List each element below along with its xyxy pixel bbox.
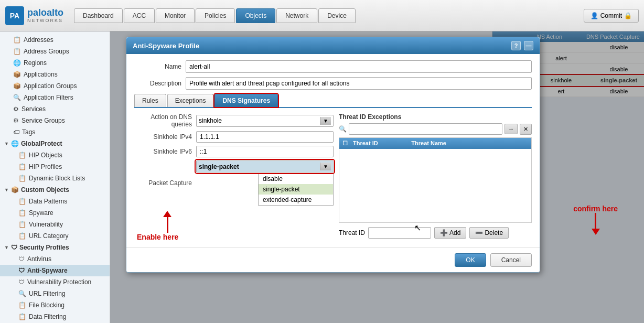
right-panel: Threat ID Exceptions 🔍 → ✕ ☐ Threat ID T (339, 113, 532, 241)
tab-rules[interactable]: Rules (134, 94, 166, 107)
sinkhole-ipv6-row: Sinkhole IPv6 (134, 146, 334, 157)
dialog-title-bar: Anti-Spyware Profile ? — (126, 37, 540, 54)
packet-capture-dropdown-arrow[interactable]: ▼ (320, 163, 331, 170)
option-extended-capture[interactable]: extended-capture (259, 195, 333, 205)
action-dns-dropdown-arrow[interactable]: ▼ (320, 117, 331, 125)
logo-text: paloalto (27, 8, 63, 18)
sidebar-section-security-profiles[interactable]: ▼ 🛡 Security Profiles (0, 242, 110, 253)
hip-objects-icon: 📋 (18, 152, 26, 159)
sidebar-item-applications[interactable]: 📦 Applications (0, 69, 110, 80)
sidebar-item-dynamic-block-lists[interactable]: 📋 Dynamic Block Lists (0, 173, 110, 184)
expand-icon2: ▼ (4, 187, 9, 192)
dialog-help-button[interactable]: ? (511, 41, 521, 50)
sinkhole-ipv6-input[interactable] (196, 146, 334, 157)
arrow-up-shaft (167, 217, 168, 233)
delete-icon: ➖ (475, 229, 483, 236)
packet-capture-dropdown-list: disable single-packet extended-capture (258, 173, 334, 206)
user-icon: 👤 (591, 12, 598, 19)
description-row: Description (134, 77, 532, 90)
url-filter-icon: 🔍 (18, 290, 26, 297)
tab-device[interactable]: Device (318, 8, 356, 23)
tab-dns-signatures[interactable]: DNS Signatures (214, 94, 278, 107)
threat-add-button[interactable]: ➕ Add (434, 227, 466, 239)
antivirus-icon: 🛡 (18, 255, 25, 263)
sidebar-item-vuln-protection[interactable]: 🛡 Vulnerability Protection (0, 276, 110, 288)
applications-icon: 📦 (13, 71, 21, 78)
sinkhole-ipv6-label: Sinkhole IPv6 (134, 148, 192, 155)
enable-annotation: Enable here (137, 211, 334, 241)
sidebar-item-services[interactable]: ⚙ Services (0, 103, 110, 115)
packet-capture-select[interactable]: single-packet ▼ (196, 160, 334, 173)
commit-label: Commit (600, 12, 622, 19)
sidebar-item-addresses[interactable]: 📋 Addresses (0, 34, 110, 46)
service-groups-icon: ⚙ (13, 117, 19, 124)
topbar: PA paloalto NETWORKS Dashboard ACC Monit… (0, 0, 644, 31)
anti-spyware-icon: 🛡 (18, 267, 25, 274)
url-cat-icon: 📋 (18, 232, 26, 240)
threat-table-header: ☐ Threat ID Threat Name (339, 138, 531, 149)
sidebar-item-data-patterns[interactable]: 📋 Data Patterns (0, 196, 110, 207)
sidebar-item-data-filtering[interactable]: 📋 Data Filtering (0, 311, 110, 322)
dp-icon: 📋 (18, 198, 26, 205)
sidebar-item-antivirus[interactable]: 🛡 Antivirus (0, 253, 110, 265)
sidebar-item-hip-objects[interactable]: 📋 HIP Objects (0, 149, 110, 161)
sidebar-item-file-blocking[interactable]: 📋 File Blocking (0, 299, 110, 311)
sidebar-item-vulnerability[interactable]: 📋 Vulnerability (0, 219, 110, 230)
vuln-prot-icon: 🛡 (18, 278, 25, 286)
name-input[interactable] (186, 60, 532, 73)
enable-here-text: Enable here (137, 233, 178, 241)
sidebar-section-custom-objects[interactable]: ▼ 📦 Custom Objects (0, 184, 110, 196)
logo-icon: PA (5, 6, 24, 25)
custom-obj-icon: 📦 (11, 186, 19, 193)
tab-network[interactable]: Network (276, 8, 317, 23)
threat-id-input[interactable] (368, 227, 431, 239)
sidebar-item-application-filters[interactable]: 🔍 Application Filters (0, 92, 110, 103)
nav-tabs: Dashboard ACC Monitor Policies Objects N… (74, 8, 584, 23)
sidebar-item-service-groups[interactable]: ⚙ Service Groups (0, 115, 110, 126)
sinkhole-ipv4-input[interactable] (196, 131, 334, 143)
spyware-icon: 📋 (18, 209, 26, 217)
sidebar-item-tags[interactable]: 🏷 Tags (0, 126, 110, 138)
threat-table: ☐ Threat ID Threat Name (339, 137, 532, 223)
cancel-button[interactable]: Cancel (490, 253, 532, 267)
vuln-icon: 📋 (18, 221, 26, 228)
sidebar-item-regions[interactable]: 🌐 Regions (0, 57, 110, 69)
sidebar-item-address-groups[interactable]: 📋 Address Groups (0, 46, 110, 57)
threat-search-input[interactable] (349, 123, 502, 135)
threat-name-col: Threat Name (411, 140, 528, 147)
app-groups-icon: 📦 (13, 82, 21, 90)
expand-icon: ▼ (4, 141, 9, 146)
services-icon: ⚙ (13, 105, 19, 113)
action-dns-select[interactable]: sinkhole ▼ (196, 115, 334, 127)
option-disable[interactable]: disable (259, 174, 333, 184)
address-groups-icon: 📋 (13, 48, 21, 55)
dialog-footer: OK Cancel (126, 247, 540, 272)
tab-objects[interactable]: Objects (236, 8, 275, 23)
sidebar-item-spyware[interactable]: 📋 Spyware (0, 207, 110, 219)
sidebar-item-url-category[interactable]: 📋 URL Category (0, 230, 110, 242)
option-single-packet[interactable]: single-packet (259, 184, 333, 195)
tab-monitor[interactable]: Monitor (156, 8, 195, 23)
tab-policies[interactable]: Policies (196, 8, 235, 23)
sidebar-item-anti-spyware[interactable]: 🛡 Anti-Spyware (0, 265, 110, 276)
action-dns-label: Action on DNS queries (134, 113, 192, 128)
commit-button[interactable]: 👤 Commit 🔒 (584, 9, 639, 23)
packet-capture-row: Packet Capture single-packet ▼ disable s… (134, 160, 334, 206)
sidebar-item-application-groups[interactable]: 📦 Application Groups (0, 80, 110, 92)
dialog-minimize-button[interactable]: — (524, 41, 533, 50)
sidebar-item-url-filtering[interactable]: 🔍 URL Filtering (0, 288, 110, 299)
description-input[interactable] (186, 77, 532, 90)
logo-sub: NETWORKS (27, 18, 63, 23)
threat-search-clear-button[interactable]: ✕ (520, 124, 532, 135)
tab-acc[interactable]: ACC (124, 8, 155, 23)
threat-search-add-button[interactable]: → (505, 124, 518, 134)
threat-delete-button[interactable]: ➖ Delete (469, 227, 509, 239)
sidebar-item-hip-profiles[interactable]: 📋 HIP Profiles (0, 161, 110, 173)
name-row: Name (134, 60, 532, 73)
tab-exceptions[interactable]: Exceptions (167, 94, 214, 107)
sidebar-section-globalprotect[interactable]: ▼ 🌐 GlobalProtect (0, 138, 110, 149)
threat-add-row: Threat ID ➕ Add ➖ Delete (339, 227, 532, 239)
threat-id-label: Threat ID (339, 229, 365, 236)
tab-dashboard[interactable]: Dashboard (74, 8, 123, 23)
ok-button[interactable]: OK (455, 253, 486, 267)
